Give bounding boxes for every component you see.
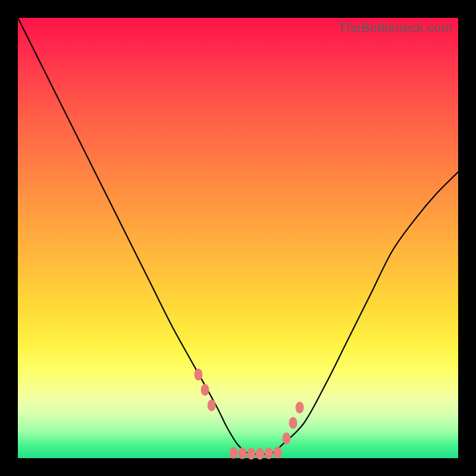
curve-marker [256, 448, 264, 460]
chart-frame: TheBottleneck.com [0, 0, 476, 476]
curve-marker [282, 433, 290, 444]
curve-marker [289, 417, 298, 429]
plot-area: TheBottleneck.com [18, 18, 458, 458]
curve-marker [201, 384, 209, 396]
curve-marker [194, 368, 202, 380]
bottleneck-curve [18, 18, 458, 455]
curve-marker [238, 447, 246, 459]
curve-marker [247, 448, 255, 460]
curve-marker [274, 446, 282, 458]
markers-group [194, 368, 303, 459]
curve-marker [230, 447, 238, 459]
curve-marker [296, 402, 304, 414]
curve-marker [265, 447, 273, 459]
chart-svg [18, 18, 458, 458]
curve-marker [208, 399, 216, 411]
